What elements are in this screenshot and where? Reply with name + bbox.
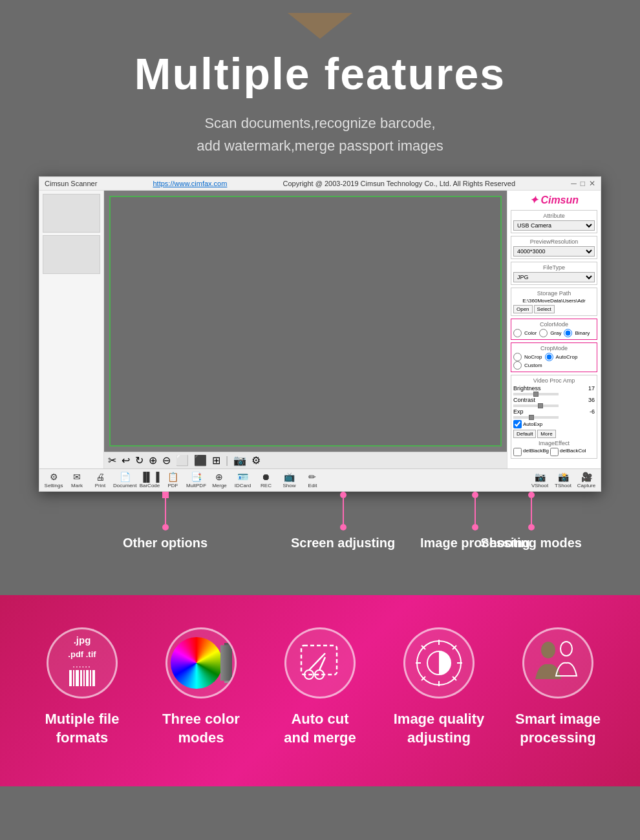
feature-color-modes: Three color modes	[145, 627, 257, 747]
brightness-slider[interactable]	[513, 393, 559, 395]
mark-tool-label: Mark	[71, 483, 83, 488]
svg-rect-6	[90, 670, 91, 686]
svg-rect-0	[69, 670, 72, 686]
toolbar-divider: |	[226, 455, 228, 467]
nocrop-radio[interactable]	[513, 353, 522, 361]
crop-icon[interactable]: ✂	[108, 454, 116, 467]
image-quality-title: Image quality adjusting	[394, 710, 485, 747]
subtitle: Scan documents,recognize barcode, add wa…	[0, 112, 640, 157]
color-mode-options: Color Gray Binary	[513, 329, 595, 337]
image-quality-icon-circle	[403, 627, 475, 698]
mark-tool[interactable]: ✉ Mark	[67, 472, 87, 488]
settings-tool[interactable]: ⚙ Settings	[43, 472, 64, 488]
other-options-dot-top	[162, 492, 169, 498]
gray-radio[interactable]	[539, 329, 548, 337]
idcard-tool-icon: 🪪	[237, 472, 248, 482]
annotations-container: Other options Screen adjusting Image pro…	[39, 492, 601, 595]
print-tool-icon: 🖨	[96, 472, 105, 482]
preview-res-label: PreviewResolution	[513, 238, 595, 245]
barcode-tool[interactable]: ▐▌▐ BarCode	[139, 472, 160, 488]
color-mode-label: ColorMode	[513, 321, 595, 328]
redo-icon[interactable]: ↻	[135, 454, 144, 467]
rec-tool[interactable]: ⏺ REC	[255, 472, 276, 488]
preview-res-section: PreviewResolution 4000*3000	[511, 236, 597, 259]
preview-canvas[interactable]	[109, 196, 502, 446]
edit-tool-icon: ✏	[308, 472, 316, 482]
custom-radio[interactable]	[513, 361, 522, 370]
shooting-modes-label: Shooting modes	[480, 536, 582, 551]
settings-tool-label: Settings	[45, 483, 63, 488]
screen-adjusting-line	[343, 498, 344, 524]
screen-adjusting-annotation: Screen adjusting	[291, 492, 395, 551]
scanner-copyright: Copyright @ 2003-2019 Cimsun Technology …	[283, 180, 516, 187]
file-formats-icon: .jpg .pdf .tif ......	[68, 633, 96, 693]
scanner-bottombar: ⚙ Settings ✉ Mark 🖨 Print 📄 Document ▐▌▐…	[39, 468, 601, 491]
color-radio[interactable]	[513, 329, 522, 337]
attribute-label: Attribute	[513, 213, 595, 219]
tshoot-tool[interactable]: 📸 TShoot	[553, 472, 573, 488]
select-button[interactable]: Select	[534, 305, 555, 313]
rec-tool-label: REC	[261, 483, 272, 488]
brightness-value: 17	[588, 385, 595, 392]
maximize-btn[interactable]: □	[581, 179, 585, 188]
more-button[interactable]: More	[537, 430, 555, 438]
scissors-container	[296, 639, 345, 687]
fit-icon[interactable]: ⬜	[176, 454, 189, 467]
scanner-url[interactable]: https://www.cimfax.com	[153, 180, 227, 187]
multpdf-tool[interactable]: 📑 MultPDF	[186, 472, 206, 488]
image-effect-label: ImageEffect	[513, 440, 595, 446]
storage-path-value: E:\360MoveData\Users\Adr	[513, 298, 595, 304]
show-tool[interactable]: 📺 Show	[279, 472, 299, 488]
crop-custom-row: Custom	[513, 361, 595, 370]
default-button[interactable]: Default	[513, 430, 536, 438]
contrast-slider[interactable]	[513, 404, 559, 407]
close-btn[interactable]: ✕	[589, 179, 595, 188]
vshoot-tool[interactable]: 📷 VShoot	[529, 472, 550, 488]
autocrop-radio[interactable]	[545, 353, 553, 361]
minimize-btn[interactable]: ─	[571, 179, 577, 188]
idcard-tool-label: IDCard	[235, 483, 251, 488]
capture-tool[interactable]: 🎥 Capture	[576, 472, 597, 488]
document-tool[interactable]: 📄 Document	[113, 472, 136, 488]
thumbnail-area2	[43, 235, 100, 274]
merge-tool[interactable]: ⊕ Merge	[209, 472, 229, 488]
edit-tool[interactable]: ✏ Edit	[302, 472, 323, 488]
image-processing-dot-top	[472, 492, 478, 498]
file-formats-icon-circle: .jpg .pdf .tif ......	[47, 627, 118, 698]
edit-tool-label: Edit	[308, 483, 317, 488]
storage-path-label: Storage Path	[513, 290, 595, 297]
zoom-out-icon[interactable]: ⊖	[162, 454, 171, 467]
scanner-window: Cimsun Scanner https://www.cimfax.com Co…	[39, 176, 601, 492]
select-icon[interactable]: ⊞	[212, 454, 220, 467]
feature-file-formats: .jpg .pdf .tif ...... M	[26, 627, 138, 747]
multpdf-tool-icon: 📑	[191, 472, 202, 482]
del-black-bg-checkbox[interactable]	[513, 448, 522, 456]
binary-radio[interactable]	[564, 329, 572, 337]
contrast-label: Contrast	[513, 397, 535, 403]
attribute-select[interactable]: USB Camera	[513, 220, 595, 231]
features-grid: .jpg .pdf .tif ...... M	[26, 627, 614, 747]
file-type-select[interactable]: JPG	[513, 272, 595, 282]
zoom-in-icon[interactable]: ⊕	[149, 454, 157, 467]
frame-icon[interactable]: ⬛	[194, 454, 207, 467]
exp-label: Exp	[513, 408, 524, 415]
settings-icon[interactable]: ⚙	[251, 454, 261, 467]
camera-icon[interactable]: 📷	[233, 454, 246, 467]
scanner-left-panel	[39, 191, 104, 468]
preview-res-select[interactable]: 4000*3000	[513, 246, 595, 257]
svg-rect-7	[92, 670, 95, 686]
video-proc-label: Video Proc Amp	[513, 377, 595, 384]
pdf-tool[interactable]: 📋 PDF	[162, 472, 183, 488]
idcard-tool[interactable]: 🪪 IDCard	[232, 472, 253, 488]
exp-slider[interactable]	[513, 416, 559, 419]
autoexp-checkbox[interactable]	[513, 420, 522, 428]
auto-cut-title: Auto cut and merge	[284, 710, 356, 747]
undo-icon[interactable]: ↩	[122, 454, 130, 467]
scanner-right-panel: ✦ Cimsun Attribute USB Camera PreviewRes…	[507, 191, 601, 468]
del-back-col-checkbox[interactable]	[550, 448, 559, 456]
features-section: .jpg .pdf .tif ...... M	[0, 595, 640, 786]
brightness-label: Brightness	[513, 385, 541, 392]
print-tool[interactable]: 🖨 Print	[90, 472, 111, 488]
open-button[interactable]: Open	[513, 305, 533, 313]
barcode-tool-icon: ▐▌▐	[140, 472, 160, 482]
